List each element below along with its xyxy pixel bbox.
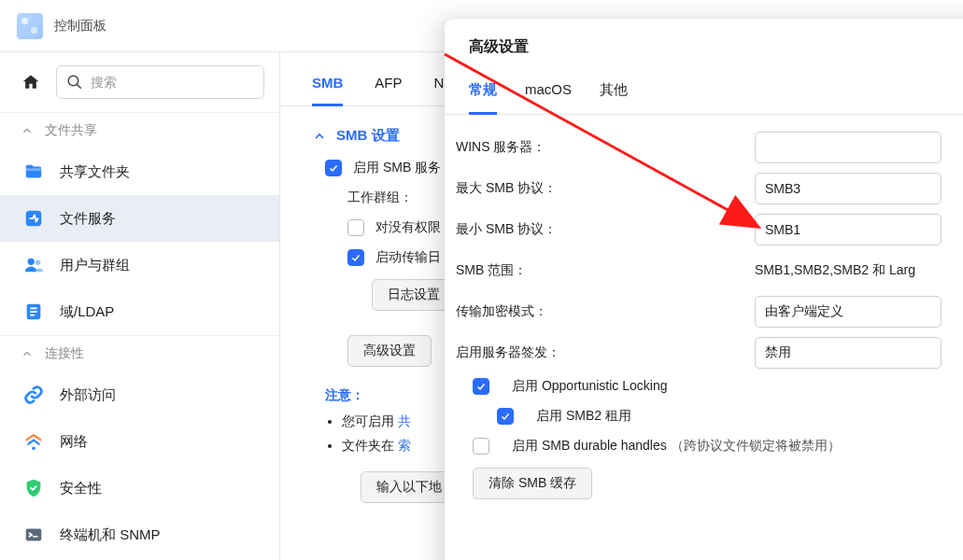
smb-range-value: SMB1,SMB2,SMB2 和 Larg bbox=[755, 262, 915, 279]
section-connectivity[interactable]: 连接性 bbox=[0, 335, 279, 371]
dlg-tab-macos[interactable]: macOS bbox=[525, 74, 572, 114]
checkbox-hint: （跨协议文件锁定将被禁用） bbox=[671, 438, 841, 455]
smb-range-label: SMB 范围： bbox=[456, 262, 755, 279]
home-button[interactable] bbox=[15, 65, 47, 99]
checkbox-checked-icon bbox=[473, 378, 489, 395]
note-link[interactable]: 索 bbox=[398, 438, 411, 453]
ldap-icon bbox=[22, 301, 45, 323]
input-address-button[interactable]: 输入以下地 bbox=[361, 471, 458, 503]
search-input[interactable] bbox=[91, 75, 254, 90]
checkbox-checked-icon bbox=[347, 249, 364, 266]
checkbox-unchecked-icon bbox=[473, 438, 489, 455]
chevron-up-icon bbox=[21, 124, 34, 137]
max-smb-label: 最大 SMB 协议： bbox=[456, 180, 755, 197]
control-panel-icon bbox=[17, 13, 43, 39]
sidebar-item-shared-folder[interactable]: 共享文件夹 bbox=[0, 148, 279, 195]
network-icon bbox=[22, 430, 45, 453]
svg-point-4 bbox=[28, 259, 35, 265]
svg-rect-11 bbox=[26, 529, 42, 541]
advanced-settings-dialog: 高级设置 常规 macOS 其他 WINS 服务器： 最大 SMB 协议： SM… bbox=[445, 19, 963, 560]
search-icon bbox=[66, 74, 83, 91]
section-title: SMB 设置 bbox=[336, 127, 400, 145]
section-file-sharing[interactable]: 文件共享 bbox=[0, 112, 279, 148]
dlg-tab-general[interactable]: 常规 bbox=[469, 74, 497, 115]
sidebar-item-file-services[interactable]: 文件服务 bbox=[0, 195, 279, 242]
tab-nfs[interactable]: N bbox=[434, 75, 445, 105]
svg-rect-2 bbox=[26, 168, 42, 171]
row-min-smb: 最小 SMB 协议： SMB1 bbox=[456, 214, 963, 245]
chevron-up-icon bbox=[21, 347, 34, 360]
row-signing: 启用服务器签发： 禁用 bbox=[456, 337, 963, 369]
checkbox-label: 启用 SMB 服务 bbox=[353, 160, 441, 176]
nav-label: 用户与群组 bbox=[60, 257, 130, 274]
home-icon bbox=[21, 73, 40, 91]
select-value: SMB3 bbox=[765, 181, 800, 196]
nav-label: 域/LDAP bbox=[60, 303, 114, 321]
min-smb-label: 最小 SMB 协议： bbox=[456, 221, 755, 238]
chevron-up-icon bbox=[312, 129, 327, 144]
sidebar-item-security[interactable]: 安全性 bbox=[0, 465, 279, 511]
cb-opp-lock[interactable]: 启用 Opportunistic Locking bbox=[473, 378, 963, 395]
row-wins: WINS 服务器： bbox=[456, 132, 963, 163]
wins-label: WINS 服务器： bbox=[456, 139, 755, 156]
wins-input[interactable] bbox=[755, 132, 942, 163]
sidebar-item-network[interactable]: 网络 bbox=[0, 418, 279, 465]
checkbox-checked-icon bbox=[497, 408, 514, 425]
sidebar-item-external-access[interactable]: 外部访问 bbox=[0, 371, 279, 418]
search-row bbox=[0, 65, 279, 112]
dialog-title: 高级设置 bbox=[445, 19, 963, 74]
svg-point-0 bbox=[68, 76, 78, 86]
dlg-tab-other[interactable]: 其他 bbox=[600, 74, 628, 114]
nav-label: 外部访问 bbox=[60, 386, 116, 404]
svg-line-1 bbox=[77, 84, 81, 89]
cb-durable-handles[interactable]: 启用 SMB durable handles （跨协议文件锁定将被禁用） bbox=[473, 438, 963, 455]
svg-rect-8 bbox=[30, 311, 36, 313]
clear-smb-cache-button[interactable]: 清除 SMB 缓存 bbox=[473, 468, 592, 499]
min-smb-select[interactable]: SMB1 bbox=[755, 214, 942, 245]
row-max-smb: 最大 SMB 协议： SMB3 bbox=[456, 173, 963, 204]
shield-icon bbox=[22, 477, 45, 499]
log-settings-button[interactable]: 日志设置 bbox=[372, 279, 456, 311]
section-label: 文件共享 bbox=[45, 122, 97, 139]
advanced-settings-button[interactable]: 高级设置 bbox=[347, 335, 432, 367]
link-icon bbox=[22, 384, 45, 406]
sidebar-item-user-group[interactable]: 用户与群组 bbox=[0, 242, 279, 288]
svg-rect-7 bbox=[30, 307, 36, 309]
sidebar-item-domain-ldap[interactable]: 域/LDAP bbox=[0, 288, 279, 335]
nav-label: 网络 bbox=[60, 433, 88, 451]
tab-afp[interactable]: AFP bbox=[375, 75, 402, 105]
nav-label: 文件服务 bbox=[60, 210, 116, 228]
nav-label: 共享文件夹 bbox=[60, 163, 130, 181]
workgroup-label: 工作群组： bbox=[347, 189, 413, 204]
dialog-tabs: 常规 macOS 其他 bbox=[445, 74, 963, 115]
file-services-icon bbox=[22, 207, 45, 230]
select-value: 禁用 bbox=[765, 344, 791, 361]
checkbox-label: 启动传输日 bbox=[375, 249, 441, 266]
checkbox-label: 启用 SMB2 租用 bbox=[536, 408, 631, 425]
svg-point-10 bbox=[32, 447, 35, 451]
search-box[interactable] bbox=[56, 65, 264, 99]
signing-label: 启用服务器签发： bbox=[456, 344, 755, 361]
tab-smb[interactable]: SMB bbox=[312, 75, 343, 106]
checkbox-label: 启用 Opportunistic Locking bbox=[512, 378, 668, 395]
app-root: 控制面板 文件共享 共享文件夹 bbox=[0, 0, 963, 560]
svg-rect-9 bbox=[30, 315, 35, 316]
cb-smb2-lease[interactable]: 启用 SMB2 租用 bbox=[497, 408, 963, 425]
signing-select[interactable]: 禁用 bbox=[755, 337, 942, 369]
folder-share-icon bbox=[22, 161, 45, 183]
window-title: 控制面板 bbox=[54, 18, 106, 35]
select-value: SMB1 bbox=[765, 222, 800, 237]
dialog-body: WINS 服务器： 最大 SMB 协议： SMB3 最小 SMB 协议： SMB… bbox=[445, 115, 963, 518]
user-group-icon bbox=[22, 254, 45, 276]
note-link[interactable]: 共 bbox=[398, 413, 411, 428]
row-smb-range: SMB 范围： SMB1,SMB2,SMB2 和 Larg bbox=[456, 255, 963, 287]
select-value: 由客户端定义 bbox=[765, 303, 843, 320]
nav-label: 终端机和 SNMP bbox=[60, 526, 161, 544]
encrypt-select[interactable]: 由客户端定义 bbox=[755, 296, 942, 328]
terminal-icon bbox=[22, 524, 45, 546]
sidebar: 文件共享 共享文件夹 文件服务 用户与群组 bbox=[0, 52, 280, 560]
note-text: 您可启用 bbox=[342, 413, 398, 428]
section-label: 连接性 bbox=[45, 345, 84, 362]
sidebar-item-terminal-snmp[interactable]: 终端机和 SNMP bbox=[0, 511, 279, 558]
max-smb-select[interactable]: SMB3 bbox=[755, 173, 942, 204]
